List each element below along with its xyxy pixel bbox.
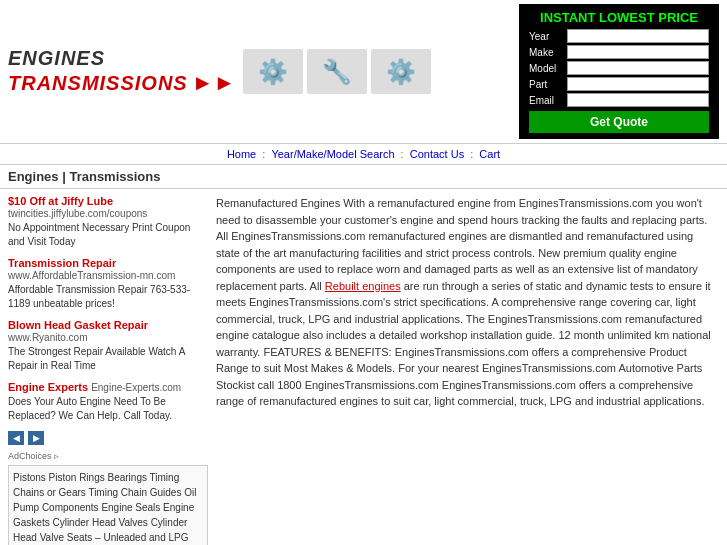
sidebar-item-3: Blown Head Gasket Repair www.Ryanito.com…	[8, 319, 208, 373]
sidebar-item-2: Transmission Repair www.AffordableTransm…	[8, 257, 208, 311]
logo-engines: ENGINES	[8, 47, 235, 70]
sidebar: $10 Off at Jiffy Lube twincities.jiffylu…	[8, 195, 208, 545]
sidebar-sublink-jiffy[interactable]: twincities.jiffylube.com/coupons	[8, 208, 147, 219]
sidebar-sublink-transmission[interactable]: www.AffordableTransmission-mn.com	[8, 270, 175, 281]
part-label: Part	[529, 79, 567, 90]
rebuilt-engines-link[interactable]: Rebuilt engines	[325, 280, 401, 292]
logo-transmissions: TRANSMISSIONS	[8, 72, 188, 95]
nav-arrows: ◀ ▶	[8, 431, 208, 445]
sidebar-link-jiffy[interactable]: $10 Off at Jiffy Lube	[8, 195, 113, 207]
make-input[interactable]	[567, 45, 709, 59]
model-input[interactable]	[567, 61, 709, 75]
ad-choices: AdChoices ▹	[8, 451, 208, 461]
sidebar-desc-transmission: Affordable Transmission Repair 763-533-1…	[8, 283, 208, 311]
prev-arrow-button[interactable]: ◀	[8, 431, 24, 445]
price-box-title: INSTANT LOWEST PRICE	[529, 10, 709, 25]
content-area: Remanufactured Engines With a remanufact…	[216, 195, 719, 545]
header-images: ⚙️ 🔧 ⚙️	[243, 49, 431, 94]
sidebar-link-experts[interactable]: Engine Experts	[8, 381, 88, 393]
make-label: Make	[529, 47, 567, 58]
sidebar-desc-jiffy: No Appointment Necessary Print Coupon an…	[8, 221, 208, 249]
sidebar-sublink-gasket[interactable]: www.Ryanito.com	[8, 332, 87, 343]
sidebar-sublink-experts[interactable]: Engine-Experts.com	[91, 382, 181, 393]
page-title: Engines | Transmissions	[8, 169, 160, 184]
ad-text-block: Pistons Piston Rings Bearings Timing Cha…	[8, 465, 208, 545]
next-arrow-button[interactable]: ▶	[28, 431, 44, 445]
engine-image-2: 🔧	[307, 49, 367, 94]
main-content-text: Remanufactured Engines With a remanufact…	[216, 195, 719, 410]
email-label: Email	[529, 95, 567, 106]
nav-home[interactable]: Home	[227, 148, 256, 160]
nav-bar: Home : Year/Make/Model Search : Contact …	[0, 144, 727, 165]
sidebar-item-4: Engine Experts Engine-Experts.com Does Y…	[8, 381, 208, 423]
price-form: Year Make Model Part Email Get Quote	[529, 29, 709, 133]
logo-arrow-icon: ►►	[192, 70, 236, 96]
page-title-bar: Engines | Transmissions	[0, 165, 727, 189]
get-quote-button[interactable]: Get Quote	[529, 111, 709, 133]
email-input[interactable]	[567, 93, 709, 107]
nav-sep-2: :	[401, 148, 407, 160]
header: ENGINES TRANSMISSIONS ►► ⚙️ 🔧 ⚙️ INSTANT…	[0, 0, 727, 144]
engine-image-3: ⚙️	[371, 49, 431, 94]
nav-year-make[interactable]: Year/Make/Model Search	[271, 148, 394, 160]
sidebar-item-1: $10 Off at Jiffy Lube twincities.jiffylu…	[8, 195, 208, 249]
model-label: Model	[529, 63, 567, 74]
part-input[interactable]	[567, 77, 709, 91]
sidebar-desc-experts: Does Your Auto Engine Need To Be Replace…	[8, 395, 208, 423]
year-label: Year	[529, 31, 567, 42]
engine-image-1: ⚙️	[243, 49, 303, 94]
year-input[interactable]	[567, 29, 709, 43]
sidebar-link-transmission[interactable]: Transmission Repair	[8, 257, 116, 269]
nav-sep-1: :	[262, 148, 268, 160]
sidebar-desc-gasket: The Strongest Repair Available Watch A R…	[8, 345, 208, 373]
instant-price-box: INSTANT LOWEST PRICE Year Make Model Par…	[519, 4, 719, 139]
logo-area: ENGINES TRANSMISSIONS ►►	[8, 47, 235, 96]
nav-contact[interactable]: Contact Us	[410, 148, 464, 160]
nav-cart[interactable]: Cart	[479, 148, 500, 160]
sidebar-link-gasket[interactable]: Blown Head Gasket Repair	[8, 319, 148, 331]
nav-sep-3: :	[470, 148, 476, 160]
main-content: $10 Off at Jiffy Lube twincities.jiffylu…	[0, 189, 727, 545]
